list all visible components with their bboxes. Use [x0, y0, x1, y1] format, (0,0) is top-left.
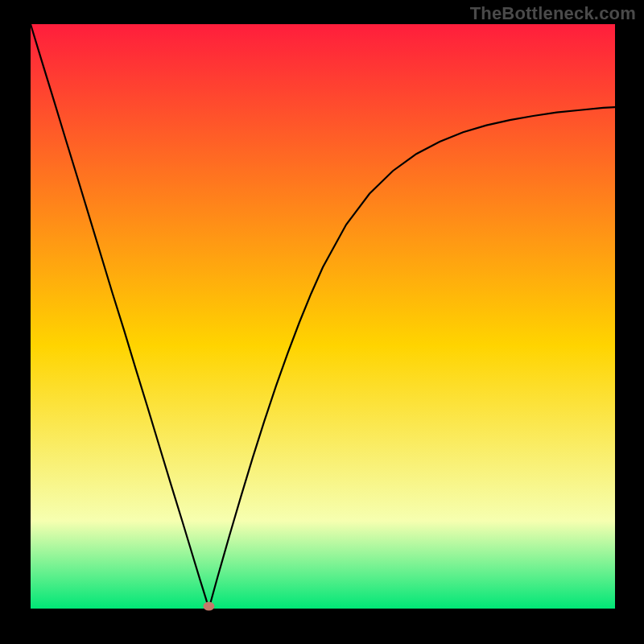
- minimum-marker: [203, 602, 214, 611]
- bottleneck-chart: [0, 0, 644, 644]
- chart-frame: { "watermark": "TheBottleneck.com", "col…: [0, 0, 644, 644]
- watermark-text: TheBottleneck.com: [470, 3, 636, 24]
- plot-gradient-background: [31, 24, 615, 609]
